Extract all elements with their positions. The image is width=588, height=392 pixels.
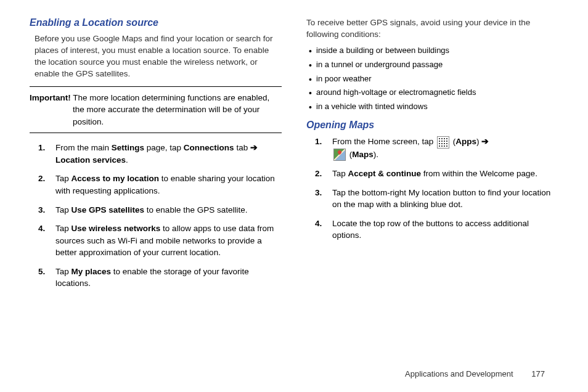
apps-icon: [437, 136, 449, 149]
important-text: The more location determining functions …: [71, 93, 269, 126]
intro-paragraph: Before you use Google Maps and find your…: [30, 33, 282, 80]
gps-intro: To receive better GPS signals, avoid usi…: [306, 17, 558, 41]
arrow-icon: ➔: [481, 137, 489, 146]
important-note: Important! The more location determining…: [30, 86, 282, 134]
footer-page-number: 177: [531, 369, 545, 378]
step-3: Tap the bottom-right My location button …: [332, 187, 558, 211]
bullet-item: in poor weather: [309, 74, 558, 84]
step-5: Tap My places to enable the storage of y…: [55, 266, 282, 290]
arrow-icon: ➔: [250, 143, 258, 152]
steps-list-left: From the main Settings page, tap Connect…: [30, 142, 282, 290]
gps-bullets: inside a building or between buildings i…: [306, 46, 558, 112]
step-4: Tap Use wireless networks to allow apps …: [55, 223, 282, 259]
bullet-item: in a tunnel or underground passage: [309, 60, 558, 70]
important-label: Important!: [30, 93, 71, 102]
step-1: From the main Settings page, tap Connect…: [55, 142, 282, 166]
footer-section: Applications and Development: [405, 369, 513, 378]
bullet-item: in a vehicle with tinted windows: [309, 102, 558, 112]
page-footer: Applications and Development 177: [405, 369, 545, 378]
bullet-item: around high-voltage or electromagnetic f…: [309, 88, 558, 98]
maps-icon: [333, 149, 346, 161]
bullet-item: inside a building or between buildings: [309, 46, 558, 56]
left-column: Enabling a Location source Before you us…: [30, 17, 282, 296]
page-columns: Enabling a Location source Before you us…: [30, 17, 558, 296]
steps-list-right: From the Home screen, tap (Apps) ➔ (Maps…: [306, 136, 558, 242]
step-1: From the Home screen, tap (Apps) ➔ (Maps…: [332, 136, 558, 161]
step-3: Tap Use GPS satellites to enable the GPS…: [55, 204, 282, 216]
heading-enabling-location: Enabling a Location source: [30, 17, 282, 28]
step-4: Locate the top row of the buttons to acc…: [332, 218, 558, 242]
step-2: Tap Access to my location to enable shar…: [55, 173, 282, 197]
right-column: To receive better GPS signals, avoid usi…: [306, 17, 558, 296]
heading-opening-maps: Opening Maps: [306, 120, 558, 131]
step-2: Tap Accept & continue from within the We…: [332, 168, 558, 180]
